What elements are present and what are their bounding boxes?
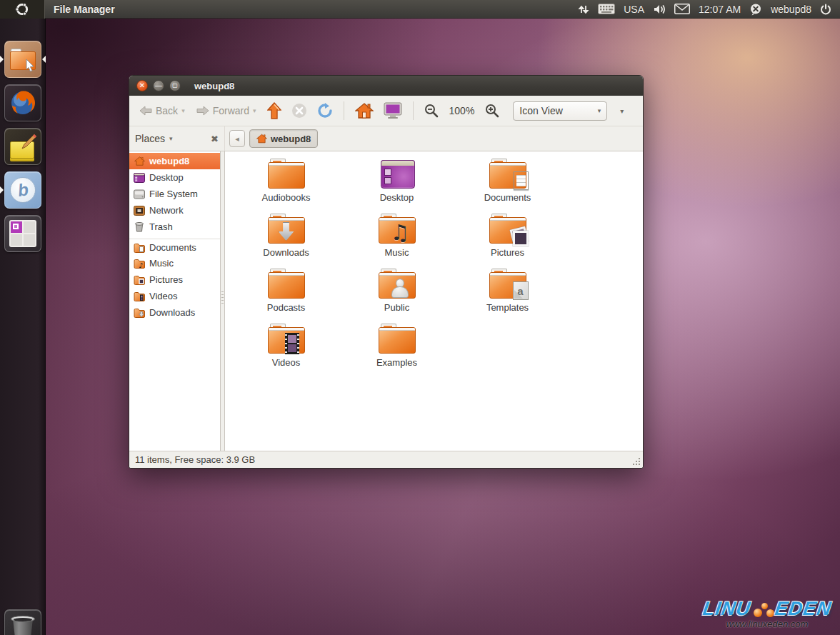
- folder-icon: [489, 159, 526, 189]
- launcher-item-workspace-switcher[interactable]: [4, 215, 41, 252]
- folder-icon: [268, 324, 305, 354]
- back-button[interactable]: Back ▾: [135, 102, 189, 119]
- sidebar-place-item[interactable]: Desktop: [129, 169, 220, 186]
- folder-icon: ♫: [379, 214, 416, 244]
- file-item[interactable]: Videos: [231, 324, 341, 379]
- me-menu-icon[interactable]: [749, 3, 762, 16]
- pane-splitter[interactable]: [220, 151, 225, 451]
- file-manager-icon: [10, 49, 36, 70]
- launcher-item-firefox[interactable]: [4, 84, 41, 121]
- zoom-in-button[interactable]: [481, 101, 503, 121]
- folder-emblem-icon: [391, 279, 407, 298]
- view-mode-value: Icon View: [519, 105, 562, 116]
- place-icon: [134, 274, 145, 286]
- places-combo[interactable]: Places: [135, 133, 165, 144]
- file-label: Music: [385, 247, 409, 258]
- file-item[interactable]: a Templates: [452, 269, 563, 324]
- zoom-out-button[interactable]: [421, 101, 442, 121]
- ubuntu-logo-button[interactable]: [0, 0, 45, 19]
- path-bar: ◂ webupd8: [225, 126, 643, 151]
- forward-button[interactable]: Forward ▾: [192, 102, 261, 119]
- place-icon: [134, 205, 145, 216]
- sidebar-place-item[interactable]: webupd8: [129, 153, 220, 169]
- back-label: Back: [156, 105, 178, 116]
- back-dropdown-caret[interactable]: ▾: [181, 107, 185, 114]
- place-label: Trash: [149, 221, 173, 232]
- sidebar-place-item[interactable]: Downloads: [129, 304, 220, 321]
- file-item[interactable]: Documents: [452, 159, 563, 214]
- folder-icon: [489, 214, 526, 244]
- up-button[interactable]: [264, 99, 285, 122]
- clock-label[interactable]: 12:07 AM: [699, 4, 741, 15]
- place-label: Documents: [149, 242, 196, 253]
- stop-button[interactable]: [288, 100, 311, 121]
- watermark-url: www.linuxeden.com: [703, 619, 831, 629]
- file-item[interactable]: ♫ Music: [341, 214, 452, 269]
- home-icon: [355, 102, 374, 119]
- mail-envelope-icon[interactable]: [674, 4, 690, 14]
- launcher-item-notes[interactable]: [4, 128, 41, 165]
- banshee-icon: b: [10, 177, 36, 203]
- appmenu-title[interactable]: File Manager: [54, 4, 115, 15]
- keyboard-layout-label[interactable]: USA: [624, 4, 644, 15]
- file-label: Pictures: [491, 247, 524, 258]
- window-maximize-button[interactable]: ▢: [169, 80, 181, 91]
- keyboard-icon[interactable]: [598, 4, 615, 14]
- back-arrow-icon: [139, 106, 152, 116]
- window-content: webupd8 Desktop File System Netw: [129, 151, 643, 451]
- file-item[interactable]: Downloads: [231, 214, 341, 269]
- toolbar-overflow-caret[interactable]: ▾: [620, 107, 624, 115]
- place-label: Downloads: [149, 307, 195, 318]
- places-close-icon[interactable]: ✖: [211, 134, 219, 144]
- file-item[interactable]: Examples: [341, 324, 452, 379]
- toolbar: Back ▾ Forward ▾: [129, 96, 643, 126]
- file-item[interactable]: Pictures: [452, 214, 563, 269]
- linuxeden-watermark: LINU EDEN www.linuxeden.com: [703, 598, 831, 629]
- power-icon[interactable]: [820, 4, 831, 15]
- launcher-item-banshee[interactable]: b: [4, 171, 41, 209]
- launcher-item-file-manager[interactable]: [4, 41, 41, 78]
- launcher-item-trash[interactable]: [4, 609, 41, 635]
- up-arrow-icon: [267, 102, 281, 119]
- desktop-button[interactable]: [380, 99, 406, 122]
- sidebar-place-item[interactable]: Trash: [129, 219, 220, 235]
- folder-icon: [268, 214, 305, 244]
- sidebar-place-item[interactable]: Documents: [129, 239, 220, 255]
- resize-grip[interactable]: [631, 456, 641, 466]
- file-item[interactable]: Public: [341, 269, 452, 324]
- window-titlebar[interactable]: ✕ — ▢ webupd8: [129, 76, 643, 96]
- reload-button[interactable]: [314, 100, 336, 121]
- status-bar: 11 items, Free space: 3.9 GB: [129, 451, 643, 468]
- updown-arrows-icon[interactable]: [578, 4, 589, 15]
- speaker-icon[interactable]: [653, 4, 666, 15]
- file-label: Templates: [486, 302, 529, 313]
- place-icon: [134, 189, 145, 200]
- file-item[interactable]: Podcasts: [231, 269, 341, 324]
- places-caret-icon[interactable]: ▾: [169, 135, 173, 142]
- navigation-band: Places ▾ ✖ ◂ webupd8: [129, 126, 643, 151]
- place-label: Pictures: [149, 274, 183, 285]
- folder-emblem-icon: [384, 169, 390, 184]
- file-item[interactable]: Desktop: [341, 159, 452, 214]
- home-button[interactable]: [351, 99, 377, 122]
- file-item[interactable]: Audiobooks: [231, 159, 341, 214]
- sidebar-place-item[interactable]: ♪ Music: [129, 255, 220, 271]
- sidebar-place-item[interactable]: Network: [129, 202, 220, 219]
- sidebar-place-item[interactable]: Pictures: [129, 271, 220, 288]
- path-segment-button[interactable]: webupd8: [249, 129, 318, 148]
- file-icon-view[interactable]: Audiobooks Desktop Documents: [225, 151, 643, 451]
- window-close-button[interactable]: ✕: [136, 80, 148, 91]
- view-mode-select[interactable]: Icon View ▾: [513, 101, 607, 121]
- forward-dropdown-caret[interactable]: ▾: [253, 107, 256, 114]
- file-label: Desktop: [380, 192, 414, 203]
- session-user-label[interactable]: webupd8: [771, 4, 811, 15]
- sidebar-place-item[interactable]: Videos: [129, 288, 220, 304]
- forward-label: Forward: [213, 105, 249, 116]
- sidebar-place-item[interactable]: File System: [129, 186, 220, 202]
- folder-emblem-icon: a: [513, 281, 529, 300]
- top-panel: File Manager USA: [0, 0, 840, 19]
- window-minimize-button[interactable]: —: [153, 80, 164, 91]
- watermark-brand-right: EDEN: [774, 598, 833, 620]
- path-scroll-left-button[interactable]: ◂: [229, 130, 245, 147]
- file-label: Podcasts: [267, 302, 305, 313]
